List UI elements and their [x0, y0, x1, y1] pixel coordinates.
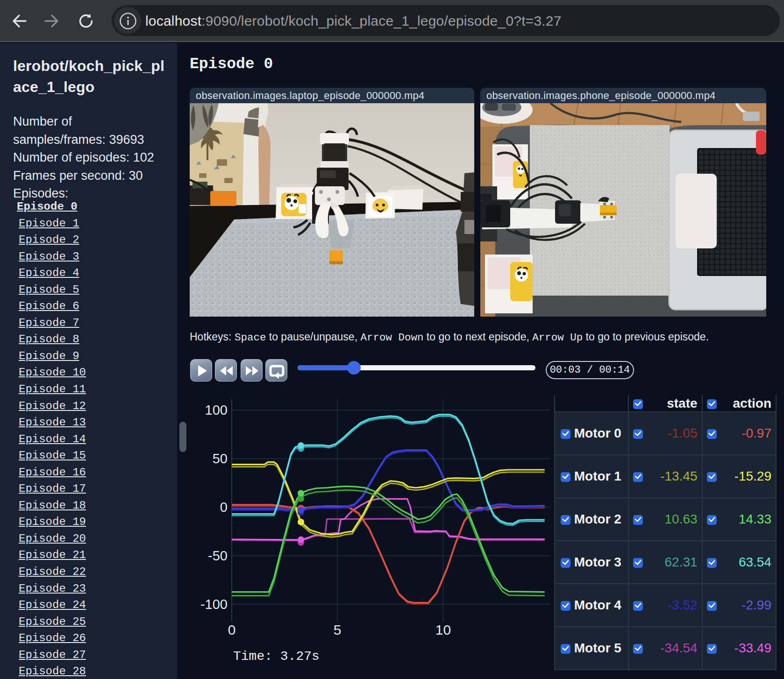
svg-text:-50: -50	[208, 548, 228, 563]
svg-text:5: 5	[334, 622, 342, 637]
svg-text:100: 100	[205, 403, 228, 417]
svg-text:10: 10	[435, 622, 451, 637]
svg-text:0: 0	[228, 622, 236, 637]
svg-text:50: 50	[213, 451, 228, 466]
svg-text:0: 0	[220, 500, 228, 515]
svg-text:-100: -100	[200, 597, 228, 612]
